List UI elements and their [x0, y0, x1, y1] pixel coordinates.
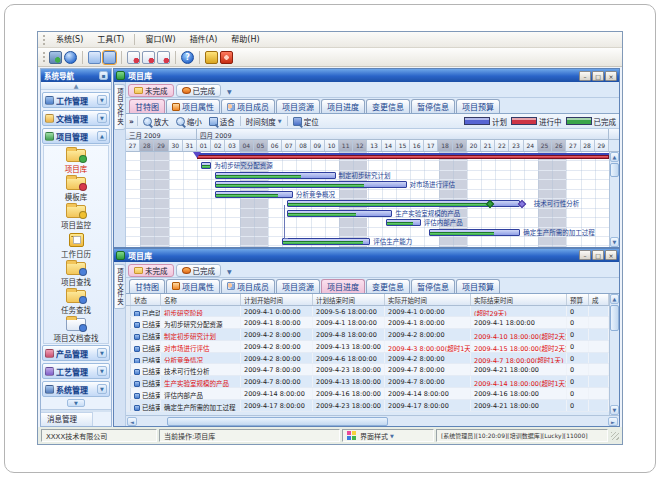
table-row[interactable]: 已结束确定生产所需的加工过程2009-4-17 8:00:002009-4-23… — [126, 400, 609, 412]
table-row[interactable]: 已结束生产实验室规模的产品2009-4-7 8:00:002009-4-13 1… — [126, 376, 609, 388]
sidebar-section-0[interactable]: 工作管理▼ — [42, 92, 110, 108]
save-icon[interactable] — [103, 51, 116, 64]
scroll-up-icon[interactable]: ▲ — [610, 294, 619, 304]
chevron-up-icon[interactable]: ▲ — [97, 131, 107, 141]
sidebar-item-任务查找[interactable]: 任务查找 — [61, 290, 91, 315]
chevron-down-icon[interactable]: ▼ — [97, 95, 107, 105]
table-filter-未完成[interactable]: 未完成 — [128, 264, 174, 277]
table-tab-项目预算[interactable]: 项目预算 — [456, 279, 500, 293]
task-bar-制定初步研究计划[interactable] — [215, 172, 335, 179]
column-header-成[interactable]: 成 — [589, 294, 609, 305]
chevron-down-icon[interactable]: ▼ — [97, 384, 107, 394]
form-delete-icon[interactable] — [157, 51, 170, 64]
lock-icon[interactable] — [205, 51, 218, 64]
help-icon[interactable]: ? — [181, 51, 194, 64]
task-bar-评估生产能力[interactable] — [282, 238, 370, 245]
chevron-down-icon[interactable]: ▼ — [97, 348, 107, 358]
tab-message-management[interactable]: 消息管理 — [41, 412, 93, 426]
chevron-down-icon[interactable]: ▼ — [97, 113, 107, 123]
gantt-filter-未完成[interactable]: 未完成 — [128, 84, 174, 97]
task-bar-对市场进行评估[interactable] — [215, 181, 406, 188]
table-row[interactable]: 已结束评估内部产品2009-4-14 8:00:002009-4-16 18:0… — [126, 388, 609, 400]
table-row[interactable]: 已结束对市场进行评估2009-4-2 8:00:002009-4-13 18:0… — [126, 341, 609, 353]
close-button[interactable]: × — [605, 250, 617, 260]
toolbar-grip-handle[interactable] — [43, 52, 46, 62]
form-edit-icon[interactable] — [142, 51, 155, 64]
gantt-tab-甘特图[interactable]: 甘特图 — [129, 99, 165, 113]
column-header-名称[interactable]: 名称 — [161, 294, 241, 305]
scroll-thumb[interactable] — [167, 417, 388, 426]
menu-grip-handle[interactable] — [43, 35, 46, 45]
column-header-实际开始时间[interactable]: 实际开始时间 — [385, 294, 471, 305]
system-icon[interactable] — [49, 51, 62, 64]
sidebar-section-5[interactable]: 系统管理▼ — [42, 381, 110, 397]
table-hscrollbar[interactable]: ◄ ► — [126, 415, 619, 426]
gantt-filter-已完成[interactable]: 已完成 — [176, 84, 222, 97]
maximize-button[interactable]: □ — [592, 71, 604, 81]
table-tab-项目属性[interactable]: 项目属性 — [166, 279, 220, 293]
gantt-tab-项目属性[interactable]: 项目属性 — [166, 99, 220, 113]
zoom-in-button[interactable]: 放大 — [141, 115, 171, 128]
folder-side-tab[interactable]: 项目文件夹 — [114, 264, 126, 310]
zoom-out-button[interactable]: 缩小 — [174, 115, 204, 128]
filter-more-button[interactable]: ▼ — [227, 88, 232, 95]
column-header-预算[interactable]: 预算 — [567, 294, 589, 305]
scroll-thumb[interactable] — [610, 305, 619, 331]
table-row[interactable]: 已结束制定初步研究计划2009-4-2 8:00:002009-4-8 18:0… — [126, 329, 609, 341]
table-tab-项目资源[interactable]: 项目资源 — [276, 279, 320, 293]
menu-item-plugin[interactable]: 插件(A) — [183, 32, 225, 47]
time-scale-button[interactable]: 时间刻度▼ — [244, 115, 284, 128]
pin-icon[interactable]: ▪ — [99, 71, 108, 80]
scroll-left-icon[interactable]: ◄ — [127, 417, 137, 426]
more-tools-button[interactable]: » — [129, 117, 134, 126]
table-tab-甘特图[interactable]: 甘特图 — [129, 279, 165, 293]
chevron-down-icon[interactable]: ▼ — [97, 366, 107, 376]
minimize-button[interactable]: – — [579, 250, 591, 260]
sidebar-overflow-button[interactable]: ▼ — [67, 399, 85, 407]
scroll-down-icon[interactable]: ▼ — [610, 405, 619, 415]
gantt-tab-变更信息[interactable]: 变更信息 — [366, 99, 410, 113]
gantt-tab-项目进度[interactable]: 项目进度 — [321, 99, 365, 113]
fit-button[interactable]: 适合 — [207, 115, 237, 128]
table-row[interactable]: 已结束技术可行性分析2009-4-7 8:00:002009-4-23 18:0… — [126, 364, 609, 376]
task-bar-分析竞争概况[interactable] — [215, 191, 292, 198]
table-tab-项目进度[interactable]: 项目进度 — [321, 279, 365, 293]
task-bar-确定生产所需的加工过程[interactable] — [429, 229, 521, 236]
sidebar-collapse-button[interactable]: ▲ — [41, 82, 111, 90]
sidebar-item-项目库[interactable]: 项目库 — [65, 149, 88, 174]
sidebar-section-3[interactable]: 产品管理▼ — [42, 345, 110, 361]
gantt-tab-项目预算[interactable]: 项目预算 — [456, 99, 500, 113]
table-row[interactable]: 已结束为初步研究分配资源2009-4-1 8:00:002009-4-1 18:… — [126, 317, 609, 329]
gantt-tab-项目成员[interactable]: 项目成员 — [221, 99, 275, 113]
gantt-tab-暂停信息[interactable]: 暂停信息 — [411, 99, 455, 113]
network-icon[interactable] — [64, 51, 77, 64]
column-header-实际结束时间[interactable]: 实际结束时间 — [471, 294, 567, 305]
minimize-button[interactable]: – — [579, 71, 591, 81]
maximize-button[interactable]: □ — [592, 250, 604, 260]
sidebar-item-项目查找[interactable]: 项目查找 — [61, 262, 91, 287]
gantt-tab-项目资源[interactable]: 项目资源 — [276, 99, 320, 113]
close-button[interactable]: × — [605, 71, 617, 81]
gantt-chart[interactable]: 为初步研究分配资源制定初步研究计划对市场进行评估分析竞争概况技术可行性分析生产实… — [126, 152, 609, 247]
task-bar-评估内部产品[interactable] — [386, 219, 421, 226]
task-bar-生产实验室规模的产品[interactable] — [287, 210, 393, 217]
exit-icon[interactable] — [220, 51, 233, 64]
table-tab-暂停信息[interactable]: 暂停信息 — [411, 279, 455, 293]
locate-button[interactable]: 定位 — [291, 115, 321, 128]
sidebar-section-2[interactable]: 项目管理▲ — [42, 128, 110, 144]
resize-grip[interactable] — [611, 432, 619, 440]
menu-item-system[interactable]: 系统(S) — [49, 32, 90, 47]
table-row[interactable]: 已结束分析竞争情况2009-4-2 8:00:002009-4-6 18:00:… — [126, 353, 609, 365]
sidebar-section-1[interactable]: 文档管理▼ — [42, 110, 110, 126]
folder-icon[interactable] — [88, 51, 101, 64]
table-tab-项目成员[interactable]: 项目成员 — [221, 279, 275, 293]
sidebar-item-工作日历[interactable]: 工作日历 — [61, 233, 91, 259]
sidebar-item-项目监控[interactable]: 项目监控 — [61, 205, 91, 230]
sidebar-item-模板库[interactable]: 模板库 — [65, 177, 88, 202]
column-header-计划开始时间[interactable]: 计划开始时间 — [241, 294, 313, 305]
ui-style-button[interactable]: 界面样式 ▼ — [342, 429, 434, 442]
folder-side-tab[interactable]: 项目文件夹 — [114, 84, 126, 130]
gantt-vscrollbar[interactable]: ▲ ▼ — [609, 152, 619, 247]
table-filter-已完成[interactable]: 已完成 — [176, 264, 222, 277]
scroll-up-icon[interactable]: ▲ — [610, 152, 619, 162]
